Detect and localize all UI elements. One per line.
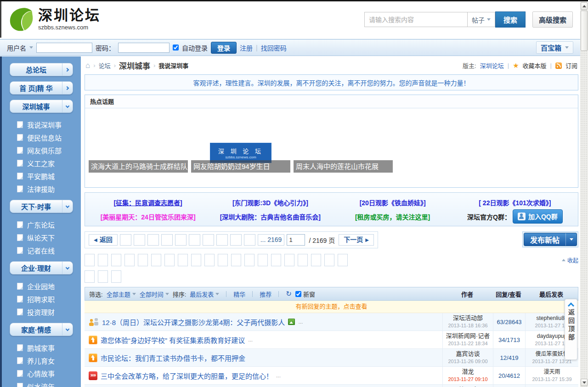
order-dropdown[interactable]: 最后发表	[190, 290, 219, 298]
search-button[interactable]: 搜索	[495, 11, 526, 28]
collapse-link[interactable]: 收起	[562, 256, 578, 264]
hot-topic-link[interactable]	[401, 171, 486, 182]
breadcrumb-section[interactable]: 深圳城事	[119, 60, 150, 71]
recover-password-link[interactable]: 找回密码	[261, 43, 287, 52]
sidebar-section-button[interactable]: 家庭·情感	[10, 323, 73, 336]
filter-tag[interactable]	[324, 254, 334, 266]
sidebar-section-arrow[interactable]	[62, 100, 73, 112]
topic-filter-dropdown[interactable]: 全部主题	[107, 290, 136, 298]
toolbox-button[interactable]: 百宝箱	[536, 41, 573, 54]
hot-topic-link[interactable]	[489, 159, 575, 171]
sidebar-nav-button[interactable]: 首 页|精 华	[10, 81, 73, 95]
page-number[interactable]	[216, 234, 228, 246]
hot-topic-link[interactable]	[489, 113, 575, 125]
thread-row[interactable]: 市民论坛：我们青工读书办借书卡，都不用押金 ... 嘉宾访谈 2013-11-2…	[85, 349, 578, 367]
filter-tag[interactable]	[338, 254, 348, 266]
thread-row[interactable]: 三中全会改革方略，给了深圳更大的胆量，更足的信心！ ... 潜龙 2013-11…	[85, 367, 578, 385]
announcement-link[interactable]: [美丽星期天：24日管弦乐团来深]	[101, 213, 196, 221]
page-number[interactable]	[189, 234, 200, 246]
thread-title-link[interactable]: 12·8（周日）深坛公开课之摄影沙龙第4期：父子两代摄影人	[102, 317, 285, 327]
sidebar-item[interactable]: 便民信息站	[2, 131, 81, 144]
sidebar-item[interactable]: 纵论天下	[2, 231, 81, 244]
hot-topic-link[interactable]	[489, 148, 575, 159]
sidebar-item[interactable]: 招聘求职	[2, 292, 81, 305]
thread-row[interactable]: 邀您体验“身边好学校” 有奖征集素质教育好建议 ... 深圳新闻网·记者 201…	[85, 331, 578, 349]
thread-row[interactable]: 12·8（周日）深坛公开课之摄影沙龙第4期：父子两代摄影人 ... 深坛活动部 …	[85, 313, 578, 331]
last-poster-link[interactable]: 漫天雨	[543, 368, 560, 376]
author-link[interactable]: 深圳新闻网·记者	[446, 332, 490, 340]
author-link[interactable]: 潜龙	[462, 368, 474, 376]
filter-tag[interactable]	[218, 254, 228, 266]
hot-topic-image[interactable]: 周末人海中的莲花山市花展	[294, 113, 393, 173]
sidebar-nav-arrow[interactable]	[62, 82, 73, 94]
announcement-link[interactable]: [ 22日观影《101次求婚》]	[479, 199, 551, 207]
page-number[interactable]	[230, 234, 242, 246]
filter-tag[interactable]	[231, 254, 241, 266]
register-link[interactable]: 注册	[240, 43, 253, 52]
breadcrumb-forum[interactable]: 论坛	[99, 61, 111, 70]
hot-topic-link[interactable]	[401, 113, 486, 125]
filter-tag[interactable]	[111, 270, 121, 283]
sidebar-item[interactable]: 养儿育女	[2, 354, 81, 367]
last-poster-link[interactable]: daydayupup	[537, 332, 567, 340]
filter-tag[interactable]	[311, 254, 321, 266]
hot-topic-link[interactable]	[489, 171, 575, 182]
hot-topic-caption[interactable]: 滨海大道上的马路骑士成群结队英	[89, 160, 188, 173]
new-post-button[interactable]: 发布新帖	[524, 233, 577, 246]
thread-row[interactable]: 坂田为什么会一地狗血？我来分析给你听 ... 一块五毛八 2013-11-21 …	[85, 385, 578, 387]
sidebar-section-button[interactable]: 天下·时事	[10, 200, 73, 213]
hot-topic-image[interactable]: 深 圳 论 坛 szbbs.sznews.com 网友陪胡奶奶过94岁生日	[191, 113, 290, 173]
back-button[interactable]: ◀返回	[89, 234, 118, 246]
password-input[interactable]	[118, 43, 170, 53]
next-page-button[interactable]: 下一页▶	[339, 234, 374, 246]
last-poster-link[interactable]: 傻瓜笨蛋妖怪	[535, 350, 568, 358]
sidebar-nav-arrow[interactable]	[62, 63, 73, 76]
favorite-board-link[interactable]: 收藏本版	[523, 61, 547, 70]
filter-tag[interactable]	[85, 270, 95, 283]
sidebar-section-button[interactable]: 深圳城事	[10, 100, 73, 113]
page-number[interactable]	[161, 234, 173, 246]
hot-topic-link[interactable]	[401, 159, 486, 171]
username-chevron-icon[interactable]	[29, 46, 33, 49]
home-icon[interactable]: ⌂	[85, 62, 90, 69]
subscribe-link[interactable]: 订阅	[565, 61, 577, 70]
page-number[interactable]	[134, 234, 145, 246]
new-reply-notice[interactable]: 有新回复的主题，点击查看	[85, 301, 578, 313]
sidebar-item[interactable]: 平安鹏城	[2, 169, 81, 182]
filter-tag[interactable]	[111, 254, 121, 266]
advanced-search-button[interactable]: 高级搜索	[532, 11, 573, 28]
filter-tag[interactable]	[98, 270, 108, 283]
sidebar-item[interactable]: 义工之家	[2, 157, 81, 169]
page-number[interactable]	[203, 234, 214, 246]
filter-tag[interactable]	[178, 254, 188, 266]
new-post-dropdown[interactable]	[565, 233, 577, 246]
login-button[interactable]: 登录	[211, 42, 237, 54]
page-ellipsis[interactable]: ... 2169	[258, 234, 285, 246]
sidebar-item[interactable]: 心情故事	[2, 367, 81, 380]
sidebar-section-arrow[interactable]	[62, 323, 73, 336]
vertical-scrollbar[interactable]	[580, 1, 588, 387]
page-number[interactable]	[120, 234, 131, 246]
digest-link[interactable]: 精华	[233, 290, 245, 298]
hot-topic-caption[interactable]: 周末人海中的莲花山市花展	[294, 160, 393, 173]
announcement-link[interactable]: [征集：民意调查志愿者]	[113, 199, 182, 207]
announcement-link[interactable]: [20日观影《铁血娇娃》]	[360, 199, 426, 207]
sidebar-item[interactable]: 网友俱乐部	[2, 144, 81, 157]
author-link[interactable]: 嘉宾访谈	[456, 350, 480, 358]
hot-topic-image[interactable]: 滨海大道上的马路骑士成群结队英	[89, 113, 188, 173]
sidebar-item[interactable]: 记者在线	[2, 244, 81, 257]
join-qq-button[interactable]: 加入QQ群	[513, 209, 563, 224]
filter-tag[interactable]	[204, 254, 215, 266]
page-number[interactable]	[147, 234, 159, 246]
filter-tag[interactable]	[284, 254, 294, 266]
sidebar-item[interactable]: 法律援助	[2, 182, 81, 195]
announcement-link[interactable]: [东门观影:3D《地心引力》]	[232, 199, 308, 207]
page-number[interactable]	[175, 234, 187, 246]
thread-title-link[interactable]: 市民论坛：我们青工读书办借书卡，都不用押金	[101, 353, 245, 363]
announcement-link[interactable]: [深圳大剧院：古典吉他名曲音乐会]	[220, 213, 321, 221]
filter-tag[interactable]	[164, 254, 175, 266]
sidebar-item[interactable]: 鹏城家事	[2, 341, 81, 354]
forum-logo[interactable]: 深圳论坛 szbbs.sznews.com	[8, 7, 101, 32]
sidebar-section-button[interactable]: 企业·理财	[10, 261, 73, 275]
thread-title-link[interactable]: 邀您体验“身边好学校” 有奖征集素质教育好建议	[101, 335, 245, 345]
